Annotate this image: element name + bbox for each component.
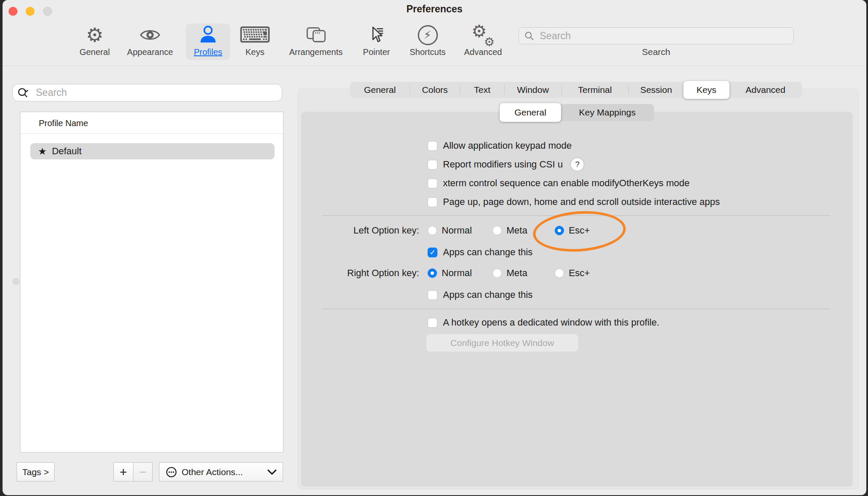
keys-subtab-bar: General Key Mappings [500, 104, 654, 121]
eye-icon [140, 23, 160, 46]
radio-right-option-meta[interactable]: Meta [492, 267, 527, 280]
toolbar-item-appearance[interactable]: Appearance [122, 23, 178, 60]
radio-right-option-esc[interactable]: Esc+ [555, 267, 590, 280]
toolbar-item-shortcuts[interactable]: ⚡ Shortcuts [403, 23, 452, 60]
tab-keys[interactable]: Keys [683, 81, 729, 99]
row-allow-keypad-mode[interactable]: Allow application keypad mode [428, 139, 572, 152]
row-page-scroll-outside-apps[interactable]: Page up, page down, home and end scroll … [428, 196, 720, 208]
more-actions-icon [165, 466, 177, 478]
toolbar-divider [3, 66, 866, 66]
toolbar-item-pointer[interactable]: Pointer [356, 23, 397, 60]
row-hotkey-dedicated-window[interactable]: A hotkey opens a dedicated window with t… [428, 316, 660, 329]
profile-row-default[interactable]: ★ Default [30, 143, 275, 159]
divider-handle-dot [12, 278, 20, 285]
radio-label: Normal [442, 268, 472, 279]
toolbar-item-keys[interactable]: ⌨ Keys [240, 23, 270, 60]
tab-colors[interactable]: Colors [410, 82, 460, 98]
checkbox-right-apps-can-change[interactable] [428, 290, 437, 300]
toolbar-item-general[interactable]: ⚙ General [74, 23, 115, 60]
toolbar-item-arrangements[interactable]: Arrangements [284, 23, 348, 60]
chevron-down-icon [267, 469, 277, 475]
profile-search-input[interactable] [35, 87, 278, 99]
radio[interactable] [492, 268, 502, 278]
row-report-modifiers-csi-u[interactable]: Report modifiers using CSI u ? [428, 158, 584, 171]
configure-hotkey-window-button[interactable]: Configure Hotkey Window [426, 334, 578, 352]
add-profile-button[interactable]: + [113, 462, 133, 482]
cursor-icon [367, 23, 385, 46]
radio-label: Normal [442, 225, 472, 236]
radio[interactable] [428, 268, 437, 278]
radio-right-option-normal[interactable]: Normal [428, 267, 472, 280]
checkbox-label: xterm control sequence can enable modify… [443, 178, 689, 189]
radio-left-option-normal[interactable]: Normal [428, 224, 472, 237]
window-title: Preferences [3, 3, 866, 15]
checkbox-left-apps-can-change[interactable]: ✓ [428, 248, 437, 257]
tab-session[interactable]: Session [628, 82, 684, 98]
keys-subtab-general[interactable]: General [500, 103, 561, 122]
gear-icon: ⚙ [86, 23, 103, 46]
radio-left-option-meta[interactable]: Meta [492, 224, 527, 237]
radio[interactable] [492, 226, 502, 235]
add-remove-group: + − [113, 462, 153, 482]
checkbox-label: Apps can change this [443, 289, 532, 300]
radio[interactable] [555, 268, 564, 278]
search-icon [524, 31, 535, 41]
profile-search-field[interactable] [12, 84, 282, 101]
remove-profile-button[interactable]: − [133, 462, 153, 482]
lightning-icon: ⚡ [418, 23, 438, 46]
checkbox-page-scroll-outside-apps[interactable] [428, 197, 437, 207]
tab-general[interactable]: General [350, 82, 410, 98]
toolbar-item-profiles[interactable]: Profiles [186, 23, 230, 60]
profile-list: Profile Name ★ Default [20, 112, 284, 453]
profile-tab-bar: General Colors Text Window Terminal Sess… [350, 82, 802, 98]
row-xterm-modifyotherkeys[interactable]: xterm control sequence can enable modify… [428, 177, 689, 190]
row-right-apps-can-change[interactable]: Apps can change this [428, 288, 532, 301]
row-left-apps-can-change[interactable]: ✓ Apps can change this [428, 246, 532, 259]
tab-advanced[interactable]: Advanced [729, 82, 802, 98]
person-icon [198, 23, 218, 46]
radio-label: Esc+ [569, 268, 590, 279]
tab-text[interactable]: Text [460, 82, 504, 98]
right-option-key-label: Right Option key: [297, 267, 419, 280]
toolbar-item-advanced[interactable]: ⚙ ⚙ Advanced [459, 23, 507, 60]
toolbar-search-input[interactable] [539, 30, 788, 42]
radio[interactable] [428, 226, 437, 235]
preferences-window: Preferences ⚙ General Appearance Profile… [3, 0, 866, 495]
toolbar-search-caption: Search [518, 47, 794, 57]
radio-label: Meta [506, 268, 527, 279]
left-option-key-label: Left Option key: [297, 224, 419, 237]
profile-name: Default [52, 146, 82, 157]
windows-icon [305, 23, 327, 46]
other-actions-label: Other Actions... [182, 467, 267, 477]
checkbox-label: Apps can change this [443, 247, 532, 258]
search-menu-icon [17, 87, 32, 99]
profile-list-header: Profile Name [20, 112, 283, 133]
profile-list-header-divider [20, 133, 283, 134]
keyboard-icon: ⌨ [239, 23, 271, 46]
checkbox-report-modifiers-csi-u[interactable] [428, 160, 437, 170]
section-divider [322, 309, 830, 309]
checkbox-label: Report modifiers using CSI u [443, 159, 563, 170]
star-icon: ★ [38, 146, 47, 157]
help-button[interactable]: ? [571, 158, 584, 171]
tab-terminal[interactable]: Terminal [561, 82, 628, 98]
tab-window[interactable]: Window [504, 82, 561, 98]
checkbox-allow-keypad-mode[interactable] [428, 141, 437, 151]
toolbar-search-field[interactable] [518, 27, 794, 44]
radio-label: Meta [506, 225, 527, 236]
keys-subtab-key-mappings[interactable]: Key Mappings [561, 104, 654, 121]
checkbox-label: Page up, page down, home and end scroll … [443, 196, 720, 208]
gears-icon: ⚙ ⚙ [472, 23, 495, 46]
tags-button[interactable]: Tags > [17, 462, 55, 482]
checkbox-label: A hotkey opens a dedicated window with t… [443, 317, 660, 328]
checkbox-xterm-modifyotherkeys[interactable] [428, 179, 437, 188]
other-actions-dropdown[interactable]: Other Actions... [159, 462, 283, 482]
checkbox-label: Allow application keypad mode [443, 140, 572, 151]
checkbox-hotkey-dedicated-window[interactable] [428, 318, 437, 328]
